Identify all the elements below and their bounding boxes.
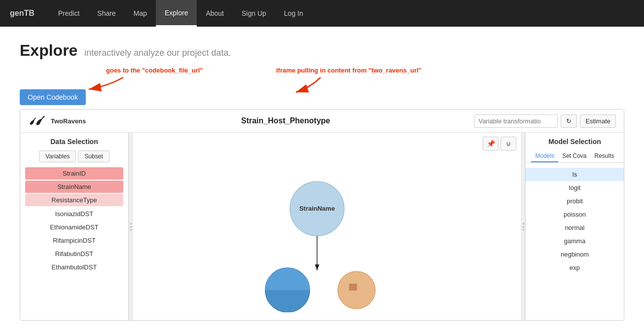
list-item[interactable]: normal [526, 221, 624, 234]
right-resize-handle[interactable] [521, 133, 525, 320]
resize-dot [130, 229, 132, 230]
open-codebook-button[interactable]: Open Codebook [20, 89, 86, 105]
list-item[interactable]: ResistanceType [25, 194, 123, 206]
resize-dot [523, 223, 524, 224]
title-row: Explore interactively analyze our projec… [20, 41, 624, 60]
nav-item-signup[interactable]: Sign Up [233, 0, 275, 27]
tworavens-body: Data Selection Variables Subset StrainID… [20, 133, 624, 320]
nav-item-login[interactable]: Log In [275, 0, 312, 27]
unlink-icon: ⊍ [506, 140, 511, 148]
list-item[interactable]: IsoniazidDST [20, 207, 128, 221]
left-panel-title: Data Selection [20, 138, 128, 146]
strainname-label: StrainName [299, 205, 335, 212]
unlink-icon-button[interactable]: ⊍ [501, 137, 516, 150]
middle-top-bar: 📌 ⊍ [133, 133, 521, 154]
svg-text:goes to the "codebook_file_url: goes to the "codebook_file_url" [106, 67, 203, 74]
models-tab[interactable]: Models [531, 150, 558, 162]
estimate-button[interactable]: Estimate [580, 114, 616, 128]
resize-dot [523, 229, 524, 230]
middle-panel: 📌 ⊍ StrainName [133, 133, 521, 320]
resize-dot [130, 226, 132, 227]
resize-dot [130, 223, 132, 224]
graph-area: StrainName [133, 154, 521, 312]
brand-logo: genTB [10, 9, 35, 18]
node-decoration [349, 284, 357, 291]
list-item[interactable]: gamma [526, 234, 624, 248]
variable-transform-input[interactable] [474, 114, 558, 128]
page-content: Explore interactively analyze our projec… [0, 27, 644, 331]
panel-tabs: Variables Subset [20, 150, 128, 162]
list-item[interactable]: ls [526, 168, 624, 181]
list-item[interactable]: EthambutolDST [20, 260, 128, 274]
navbar: genTB Predict Share Map Explore About Si… [0, 0, 644, 27]
list-item[interactable]: poisson [526, 208, 624, 221]
results-tab[interactable]: Results [591, 150, 618, 162]
list-item[interactable]: StrainName [25, 181, 123, 193]
nav-item-map[interactable]: Map [125, 0, 156, 27]
list-item[interactable]: logit [526, 181, 624, 194]
iframe-container: TwoRavens Strain_Host_Phenotype ↻ Estima… [20, 109, 624, 321]
left-resize-handle[interactable] [129, 133, 133, 320]
variables-tab[interactable]: Variables [39, 150, 76, 162]
refresh-icon: ↻ [566, 117, 572, 125]
nav-item-explore[interactable]: Explore [156, 0, 197, 27]
left-panel: Data Selection Variables Subset StrainID… [20, 133, 129, 320]
bottom-left-node-top [265, 268, 310, 290]
iframe-title: Strain_Host_Phenotype [97, 116, 474, 125]
list-item[interactable]: probit [526, 194, 624, 208]
set-cova-tab[interactable]: Set Cova [558, 150, 590, 162]
annotation-arrows: goes to the "codebook_file_url" iframe p… [20, 64, 464, 98]
tworavens-header: TwoRavens Strain_Host_Phenotype ↻ Estima… [20, 110, 624, 133]
right-panel-title: Model Selection [526, 138, 624, 146]
svg-text:iframe pulling in content from: iframe pulling in content from "two_rave… [276, 67, 422, 74]
resize-dot [523, 226, 524, 227]
list-item[interactable]: StrainID [25, 167, 123, 180]
variable-list: StrainID StrainName ResistanceType Isoni… [20, 167, 128, 274]
pin-icon: 📌 [487, 140, 495, 148]
right-panel: Model Selection Models Set Cova Results … [525, 133, 624, 320]
iframe-controls: ↻ Estimate [474, 114, 616, 128]
subset-tab[interactable]: Subset [78, 150, 109, 162]
graph-svg: StrainName [133, 154, 521, 312]
refresh-button[interactable]: ↻ [561, 114, 577, 128]
nav-item-share[interactable]: Share [88, 0, 124, 27]
list-item[interactable]: RifampicinDST [20, 234, 128, 247]
list-item[interactable]: RifabutinDST [20, 247, 128, 260]
nav-item-predict[interactable]: Predict [49, 0, 89, 27]
tworavens-logo-text: TwoRavens [51, 117, 86, 125]
list-item[interactable]: EthionamideDST [20, 221, 128, 234]
pin-icon-button[interactable]: 📌 [483, 137, 499, 150]
page-title: Explore [20, 41, 77, 59]
nav-item-about[interactable]: About [197, 0, 233, 27]
list-item[interactable]: exp [526, 261, 624, 274]
model-list: ls logit probit poisson normal gamma neg… [526, 168, 624, 274]
page-subtitle: interactively analyze our project data. [84, 48, 231, 58]
list-item[interactable]: negbinom [526, 248, 624, 261]
raven-svg-icon [28, 113, 48, 128]
tworavens-logo: TwoRavens [28, 113, 97, 128]
right-panel-tabs: Models Set Cova Results [526, 150, 624, 163]
